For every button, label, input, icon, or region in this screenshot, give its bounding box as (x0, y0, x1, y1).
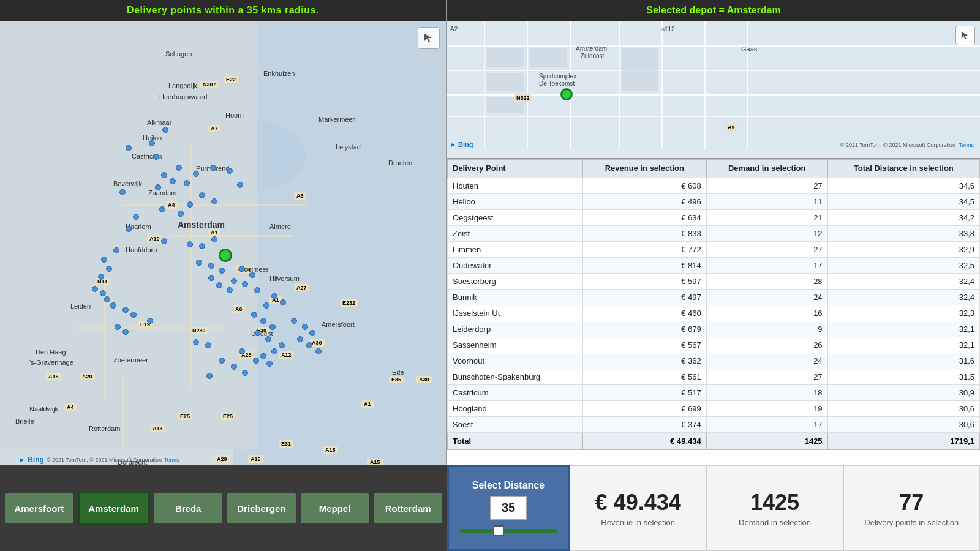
table-row: Sassenheim € 567 26 32,1 (448, 337, 980, 353)
depot-btn-amsterdam[interactable]: Amsterdam (78, 492, 149, 525)
stat-delivery-points-label: Delivery points in selection (864, 518, 959, 527)
delivery-marker (161, 172, 167, 178)
road-label-a25: E25 (178, 413, 192, 420)
depot-marker (219, 249, 232, 262)
slider-thumb[interactable] (493, 525, 504, 536)
road-label-a15: A15 (46, 373, 61, 380)
label-hoofddorp: Hoofddorp (126, 246, 157, 253)
road-a2 (190, 143, 192, 388)
footer-demand: 1425 (706, 432, 827, 449)
table-row: Houten € 608 27 34,6 (448, 178, 980, 193)
cell-demand: 18 (706, 384, 827, 400)
select-distance-label: Select Distance (472, 480, 545, 491)
cell-revenue: € 374 (582, 416, 706, 432)
road-label-n307: N307 (200, 81, 219, 88)
table-row: Bunnik € 497 24 32,4 (448, 289, 980, 305)
road-label-a15b: A15 (323, 446, 338, 454)
road-a4 (123, 204, 306, 206)
table-row: Soest € 374 17 30,6 (448, 416, 980, 432)
cell-revenue: € 699 (582, 400, 706, 416)
right-map-zoom-btn[interactable] (956, 26, 975, 45)
svg-marker-0 (424, 34, 432, 42)
delivery-marker (162, 127, 168, 133)
cell-distance: 32,5 (827, 257, 979, 273)
cursor-icon (423, 32, 434, 43)
street-v2 (527, 21, 528, 149)
road-label-a10: A10 (147, 235, 162, 242)
depot-btn-driebergen[interactable]: Driebergen (227, 493, 296, 523)
right-panel: Selected depot = Amsterdam (447, 0, 980, 465)
road-label-e22: E22 (224, 76, 238, 83)
right-map-label-a2: A2 (450, 26, 458, 32)
cell-revenue: € 497 (582, 289, 706, 305)
select-distance-panel: Select Distance 35 (447, 465, 570, 551)
delivery-marker (123, 329, 129, 335)
cell-demand: 17 (706, 257, 827, 273)
label-zoetermeer: Zoetermeer (113, 356, 148, 364)
cell-demand: 16 (706, 305, 827, 321)
delivery-marker (92, 286, 98, 292)
cell-name: Sassenheim (448, 337, 583, 353)
delivery-marker (155, 184, 161, 190)
delivery-marker (149, 140, 155, 146)
cell-demand: 24 (706, 289, 827, 305)
stat-demand-label: Demand in selection (739, 518, 811, 527)
stat-delivery-points-value: 77 (899, 490, 924, 515)
cell-demand: 21 (706, 209, 827, 225)
right-bing-logo: ► Bing (450, 141, 473, 148)
left-map-zoom-btn[interactable] (418, 27, 440, 49)
stat-revenue-label: Revenue in selection (601, 518, 675, 527)
cell-demand: 27 (706, 369, 827, 384)
label-naaldwijk: Naaldwijk (29, 405, 58, 413)
cell-demand: 12 (706, 225, 827, 241)
col-header-delivery-point: Delivery Point (448, 160, 583, 178)
delivery-marker (297, 336, 303, 342)
depot-btn-meppel[interactable]: Meppel (301, 493, 369, 523)
delivery-marker (176, 165, 182, 171)
delivery-marker (184, 180, 190, 186)
label-hoorn: Hoorn (225, 111, 244, 119)
road-label-a1c: A1 (361, 400, 374, 408)
delivery-marker (231, 364, 237, 370)
cell-demand: 11 (706, 193, 827, 209)
delivery-marker (237, 182, 243, 188)
cell-revenue: € 833 (582, 225, 706, 241)
slider-container[interactable] (459, 525, 557, 537)
cell-distance: 32,4 (827, 273, 979, 289)
table-container[interactable]: Delivery Point Revenue in selection Dema… (447, 159, 980, 465)
stat-panel-revenue: € 49.434 Revenue in selection (570, 465, 706, 551)
right-map-terms[interactable]: Terms (959, 142, 974, 148)
depot-btn-amersfoort[interactable]: Amersfoort (5, 493, 74, 523)
cell-demand: 27 (706, 178, 827, 193)
depot-btn-breda[interactable]: Breda (154, 493, 222, 523)
cell-name: Castricum (448, 384, 583, 400)
left-map-attribution: ► Bing © 2021 TomTom, © 2021 Microsoft C… (18, 455, 179, 464)
cell-demand: 24 (706, 353, 827, 369)
delivery-marker (113, 247, 119, 253)
label-brielle: Brielle (15, 418, 34, 425)
road-label-a29: A29 (214, 455, 230, 463)
water-body (233, 21, 446, 465)
right-map-area[interactable]: A2 s112 Amsterdam Zuidoost Gaast Sportco… (447, 21, 980, 149)
delivery-marker (104, 296, 110, 302)
cell-name: Voorhout (448, 353, 583, 369)
block1 (487, 48, 524, 67)
delivery-marker (153, 154, 159, 160)
road-label-a1: A1 (208, 229, 221, 236)
cell-demand: 26 (706, 337, 827, 353)
table-row: Oegstgeest € 634 21 34,2 (448, 209, 980, 225)
label-den-haag: Den Haag (36, 348, 66, 356)
cell-revenue: € 561 (582, 369, 706, 384)
stat-revenue-value: € 49.434 (595, 490, 681, 515)
delivery-marker (266, 361, 273, 367)
left-panel: Delivery points within a 35 kms radius. … (0, 0, 447, 465)
depot-btn-rotterdam[interactable]: Rotterdam (374, 493, 442, 523)
left-map-container[interactable]: A4 A1 A7 A10 N11 E19 N230 A15 A20 A4 A6 … (0, 21, 446, 465)
road-label-e25: E25 (221, 413, 235, 420)
block4 (622, 48, 658, 91)
stat-panel-delivery-points: 77 Delivery points in selection (843, 465, 980, 551)
left-map-terms[interactable]: Terms (164, 457, 179, 463)
delivery-marker (126, 145, 132, 151)
delivery-marker (306, 342, 312, 348)
stat-panel-demand: 1425 Demand in selection (706, 465, 843, 551)
